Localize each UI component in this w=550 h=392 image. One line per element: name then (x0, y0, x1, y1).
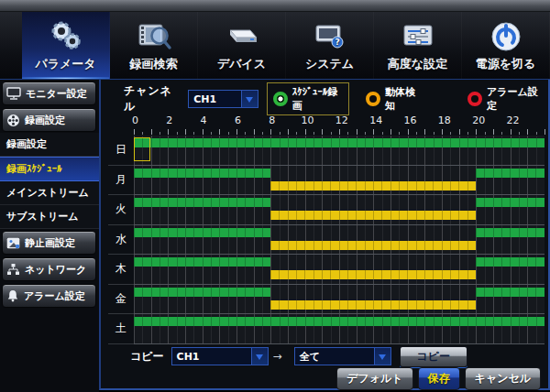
nav-tab-system[interactable]: ?システム (286, 12, 374, 79)
sidebar-subitem-3[interactable]: 録画ｽｹｼﾞｭｰﾙ (0, 157, 99, 181)
schedule-bar (134, 228, 270, 237)
channel-select[interactable]: CH1 (188, 90, 258, 108)
nav-tab-device[interactable]: デバイス (198, 12, 286, 79)
schedule-day-row: 水 (108, 225, 544, 256)
hour-label: 18 (438, 114, 451, 126)
mode-option-1[interactable]: 動体検知 (360, 83, 427, 114)
schedule-track-3[interactable] (134, 225, 544, 256)
ruler-tick (177, 132, 178, 135)
schedule-day-row: 木 (108, 255, 544, 285)
schedule-cursor[interactable] (134, 137, 150, 161)
sidebar-item-6[interactable]: 静止画設定 (2, 231, 96, 255)
ruler-tick (373, 129, 374, 135)
sidebar-item-1[interactable]: 録画設定 (2, 108, 96, 132)
sidebar-subitem-2[interactable]: 録画設定 (0, 133, 99, 157)
sidebar-item-label: ネットワーク (25, 263, 86, 277)
mode-option-label: 動体検知 (385, 85, 422, 113)
ruler-tick (160, 132, 160, 135)
nav-tab-power[interactable]: 電源を切る (462, 12, 550, 79)
network-icon (6, 263, 20, 276)
ruler-tick (305, 129, 306, 135)
copy-from-select[interactable]: CH1 (171, 347, 269, 365)
schedule-grid: 日月火水木金土 (108, 136, 544, 344)
ruler-tick (168, 129, 169, 135)
chevron-down-icon[interactable] (374, 348, 390, 365)
ruler-tick (382, 132, 383, 135)
schedule-track-4[interactable] (134, 255, 544, 285)
chevron-down-icon[interactable] (251, 348, 268, 365)
day-label: 水 (108, 225, 134, 256)
monitor-icon (6, 87, 21, 100)
hour-label: 20 (472, 114, 485, 126)
ruler-tick (485, 132, 486, 135)
motion-bar (270, 270, 476, 279)
ruler-tick (142, 132, 143, 135)
ruler-tick (211, 132, 212, 135)
top-navigation: パラメータ録画検索デバイス?システム高度な設定電源を切る (0, 12, 550, 79)
ruler-tick (527, 129, 528, 135)
dvr-settings-window: パラメータ録画検索デバイス?システム高度な設定電源を切る モニター設定録画設定録… (0, 0, 550, 392)
hour-label: 22 (506, 114, 519, 126)
copy-button[interactable]: コピー (400, 346, 468, 367)
motion-bar (270, 300, 476, 310)
ruler-tick (544, 129, 545, 135)
ruler-tick (442, 129, 443, 135)
motion-bar (270, 211, 476, 220)
sidebar-item-7[interactable]: ネットワーク (2, 257, 96, 281)
sidebar-subitem-5[interactable]: サブストリーム (0, 205, 99, 229)
mode-option-0[interactable]: ｽｹｼﾞｭｰﾙ録画 (267, 82, 349, 115)
sidebar-item-8[interactable]: アラーム設定 (2, 284, 96, 308)
gears-icon (46, 18, 86, 58)
hour-label: 4 (201, 114, 207, 126)
ruler-tick (339, 129, 340, 135)
nav-tab-advanced-settings[interactable]: 高度な設定 (374, 12, 462, 79)
alarm-bell-icon (6, 289, 19, 302)
ruler-tick (365, 132, 366, 135)
copy-to-select[interactable]: 全て (294, 347, 391, 365)
mode-option-2[interactable]: アラーム設定 (462, 83, 548, 114)
day-label: 日 (108, 136, 134, 166)
ruler-tick (203, 129, 204, 135)
schedule-track-0[interactable] (134, 136, 544, 166)
ruler-tick (450, 132, 451, 135)
channel-row: チャンネル CH1 ｽｹｼﾞｭｰﾙ録画動体検知アラーム設定 (124, 88, 548, 110)
sidebar-item-0[interactable]: モニター設定 (2, 82, 96, 105)
schedule-day-row: 土 (108, 314, 544, 344)
schedule-track-5[interactable] (134, 285, 544, 315)
nav-tab-label: システム (305, 56, 354, 72)
copy-to-value: 全て (300, 350, 320, 364)
ruler-tick (219, 129, 220, 135)
ruler-tick (270, 129, 271, 135)
ruler-tick (476, 129, 477, 135)
schedule-day-row: 月 (108, 166, 544, 196)
schedule-day-row: 火 (108, 195, 544, 225)
mode-option-label: アラーム設定 (487, 85, 543, 113)
radio-icon (273, 92, 288, 106)
schedule-bar (476, 169, 544, 178)
schedule-bar (476, 257, 544, 267)
nav-tab-label: 録画検索 (130, 56, 178, 72)
schedule-track-2[interactable] (134, 195, 544, 225)
footer-button-0[interactable]: デフォルト (336, 367, 412, 390)
chevron-down-icon[interactable] (241, 91, 258, 107)
hour-label: 12 (336, 114, 348, 126)
hour-label: 10 (301, 114, 314, 126)
day-label: 木 (108, 255, 134, 285)
device-icon (222, 18, 262, 58)
power-icon (486, 18, 526, 58)
nav-tab-record-search[interactable]: 録画検索 (110, 12, 198, 79)
ruler-tick (185, 129, 186, 135)
footer-buttons: デフォルト保存キャンセル (336, 367, 541, 390)
schedule-track-6[interactable] (134, 314, 544, 344)
footer-button-1[interactable]: 保存 (418, 367, 460, 390)
schedule-bar (476, 288, 544, 297)
copy-arrow-icon: → (273, 350, 282, 363)
hour-label: 6 (235, 114, 241, 126)
snapshot-icon (6, 237, 20, 249)
copy-from-value: CH1 (177, 351, 200, 363)
sidebar-subitem-4[interactable]: メインストリーム (0, 181, 99, 205)
schedule-track-1[interactable] (134, 166, 544, 196)
nav-tab-label: 高度な設定 (388, 56, 447, 72)
nav-tab-gears[interactable]: パラメータ (22, 12, 110, 79)
footer-button-2[interactable]: キャンセル (465, 367, 541, 390)
